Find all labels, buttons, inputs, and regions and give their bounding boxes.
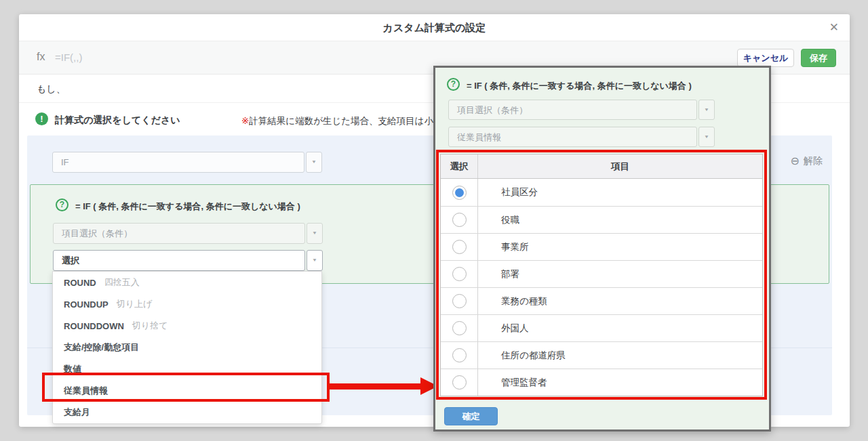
radio-unselected[interactable] <box>452 321 467 335</box>
item-label: 部署 <box>478 261 762 287</box>
popup-item-table-body: 社員区分役職事業所部署業務の種類外国人住所の都道府県管理監督者 <box>441 179 762 396</box>
if-syntax-helper: = IF ( 条件, 条件に一致する場合, 条件に一致しない場合 ) <box>75 201 300 213</box>
radio-unselected[interactable] <box>452 240 467 254</box>
table-row: 業務の種類 <box>441 287 762 314</box>
action-buttons: キャンセル 保存 <box>737 49 836 67</box>
function-option-ROUND[interactable]: ROUND四捨五入 <box>53 272 321 293</box>
table-row: 外国人 <box>441 314 762 341</box>
function-options-list: ROUND四捨五入ROUNDUP切り上げROUNDDOWN切り捨て支給/控除/勤… <box>52 271 322 424</box>
close-icon[interactable]: ✕ <box>829 20 839 35</box>
item-label: 事業所 <box>478 234 762 260</box>
header-item: 項目 <box>478 154 762 178</box>
table-header-row: 選択 項目 <box>441 154 762 179</box>
function-option-数値[interactable]: 数値 <box>53 358 321 380</box>
radio-unselected[interactable] <box>452 267 467 281</box>
formula-text[interactable]: =IF(,,) <box>55 51 82 63</box>
value-source-value: 選択 <box>53 250 305 271</box>
if-syntax-helper: = IF ( 条件, 条件に一致する場合, 条件に一致しない場合 ) <box>467 80 692 92</box>
item-label: 外国人 <box>478 315 762 341</box>
popup-category-select[interactable]: 従業員情報 <box>448 127 715 147</box>
condition-intro-label: もし、 <box>37 83 66 96</box>
item-label: 業務の種類 <box>478 288 762 314</box>
function-option-従業員情報[interactable]: 従業員情報 <box>53 380 321 402</box>
function-type-select[interactable]: IF <box>52 152 322 173</box>
page-background: カスタム計算式の設定 ✕ fx =IF(,,) キャンセル 保存 もし、 ! 計… <box>0 0 868 441</box>
function-type-value: IF <box>52 152 304 173</box>
option-desc: 四捨五入 <box>104 276 140 289</box>
option-name: ROUND <box>64 278 96 288</box>
radio-selected[interactable] <box>452 186 467 200</box>
radio-cell <box>441 342 478 369</box>
option-desc: 切り捨て <box>132 320 168 332</box>
note-text: 計算結果に端数が生じた場合、支給項目は小数 <box>249 116 442 126</box>
radio-unselected[interactable] <box>452 375 467 390</box>
option-name: 従業員情報 <box>64 385 108 397</box>
item-label: 社員区分 <box>478 179 762 206</box>
table-row: 部署 <box>441 260 762 287</box>
value-source-select[interactable]: 選択 <box>53 250 323 271</box>
release-label: 解除 <box>804 155 823 167</box>
radio-cell <box>441 369 478 396</box>
chevron-down-icon[interactable] <box>698 100 715 120</box>
chevron-down-icon[interactable] <box>307 223 323 244</box>
confirm-button[interactable]: 確定 <box>444 407 498 425</box>
item-label: 役職 <box>478 207 762 233</box>
function-option-支給月[interactable]: 支給月 <box>53 402 321 423</box>
popup-category-value: 従業員情報 <box>448 127 697 147</box>
modal-header: カスタム計算式の設定 ✕ <box>19 14 850 41</box>
item-label: 管理監督者 <box>478 369 762 396</box>
fx-icon: fx <box>37 51 45 63</box>
option-name: ROUNDUP <box>64 299 108 310</box>
table-row: 社員区分 <box>441 179 762 206</box>
option-name: 支給月 <box>64 406 90 419</box>
radio-cell <box>441 261 478 287</box>
header-select: 選択 <box>441 154 478 178</box>
note-asterisk: ※ <box>241 116 249 126</box>
radio-cell <box>441 288 478 314</box>
chevron-down-icon[interactable] <box>306 152 322 173</box>
option-name: ROUNDDOWN <box>64 321 124 331</box>
radio-cell <box>441 207 478 233</box>
popup-condition-placeholder: 項目選択（条件） <box>448 100 697 120</box>
section-title: 計算式の選択をしてください <box>55 114 180 127</box>
circle-minus-icon: ⊖ <box>791 156 800 167</box>
option-name: 数値 <box>64 363 81 375</box>
section-note: ※計算結果に端数が生じた場合、支給項目は小数 <box>241 115 442 127</box>
item-selection-table: 選択 項目 社員区分役職事業所部署業務の種類外国人住所の都道府県管理監督者 <box>440 154 763 396</box>
alert-icon: ! <box>35 112 48 125</box>
option-name: 支給/控除/勤怠項目 <box>64 341 139 354</box>
option-desc: 切り上げ <box>117 298 153 310</box>
cancel-button[interactable]: キャンセル <box>737 49 794 67</box>
table-row: 住所の都道府県 <box>441 341 762 369</box>
radio-unselected[interactable] <box>452 348 467 362</box>
radio-cell <box>441 234 478 260</box>
item-label: 住所の都道府県 <box>478 342 762 369</box>
chevron-down-icon[interactable] <box>307 250 323 271</box>
radio-unselected[interactable] <box>452 294 467 308</box>
function-option-ROUNDDOWN[interactable]: ROUNDDOWN切り捨て <box>53 315 321 337</box>
function-option-支給/控除/勤怠項目[interactable]: 支給/控除/勤怠項目 <box>53 337 321 358</box>
table-row: 管理監督者 <box>441 369 762 396</box>
save-button[interactable]: 保存 <box>801 49 836 67</box>
function-option-ROUNDUP[interactable]: ROUNDUP切り上げ <box>53 293 321 315</box>
condition-item-select[interactable]: 項目選択（条件） <box>53 223 323 244</box>
radio-cell <box>441 315 478 341</box>
radio-cell <box>441 179 478 206</box>
modal-title: カスタム計算式の設定 <box>19 14 850 41</box>
chevron-down-icon[interactable] <box>698 127 715 147</box>
table-row: 事業所 <box>441 233 762 260</box>
condition-item-placeholder: 項目選択（条件） <box>53 223 305 244</box>
employee-info-popup: ? = IF ( 条件, 条件に一致する場合, 条件に一致しない場合 ) 項目選… <box>433 66 771 432</box>
popup-condition-select[interactable]: 項目選択（条件） <box>448 100 715 120</box>
radio-unselected[interactable] <box>452 213 467 227</box>
release-button[interactable]: ⊖ 解除 <box>791 155 823 167</box>
custom-formula-modal: カスタム計算式の設定 ✕ fx =IF(,,) キャンセル 保存 もし、 ! 計… <box>19 14 850 427</box>
help-icon: ? <box>56 198 68 211</box>
table-row: 役職 <box>441 206 762 233</box>
help-icon: ? <box>447 78 460 91</box>
red-arrow <box>330 383 421 390</box>
